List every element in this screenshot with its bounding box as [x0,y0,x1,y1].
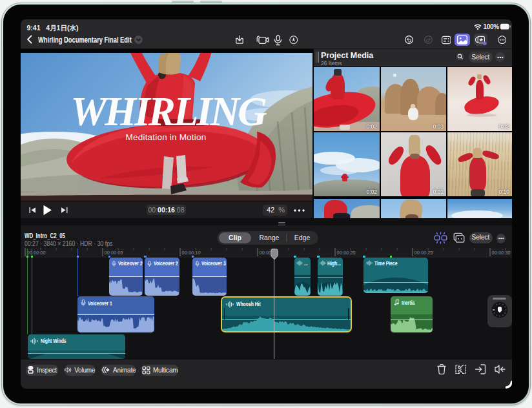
svg-text:100%: 100% [483,23,499,30]
svg-text:WHIRLING: WHIRLING [70,89,267,134]
svg-text:Meditation in Motion: Meditation in Motion [125,132,206,141]
